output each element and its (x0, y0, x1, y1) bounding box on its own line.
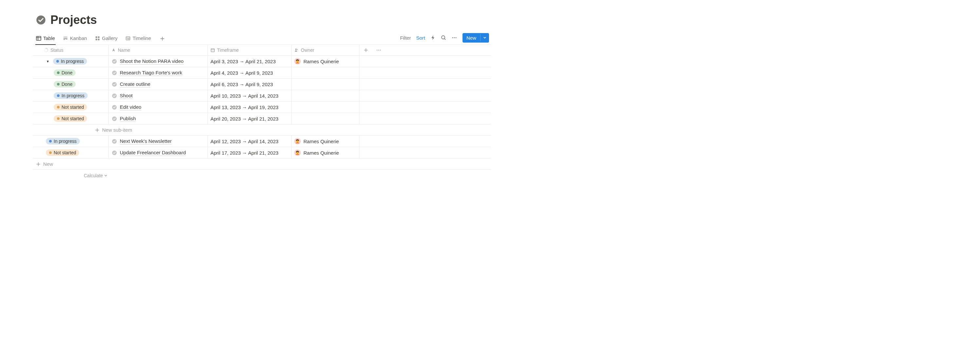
row-timeframe: April 3, 2023 → April 21, 2023 (208, 56, 292, 67)
tab-timeline[interactable]: Timeline (125, 33, 151, 45)
calendar-icon (210, 48, 215, 53)
table-row[interactable]: ▼ In progress Shoot the Notion PARA vide… (33, 56, 491, 67)
svg-point-38 (380, 50, 381, 51)
table-row[interactable]: Not started Publish April 20, 2023 → Apr… (33, 113, 491, 125)
checkmark-circle-icon (111, 58, 117, 64)
svg-rect-12 (95, 38, 97, 40)
checkmark-circle-icon (111, 81, 117, 87)
column-name[interactable]: Name (109, 45, 208, 55)
status-badge: Not started (54, 115, 87, 122)
column-timeframe[interactable]: Timeframe (208, 45, 292, 55)
tab-table[interactable]: Table (35, 33, 56, 45)
svg-rect-1 (37, 36, 41, 40)
svg-line-18 (444, 38, 445, 40)
projects-table: Status Name Timeframe Owner (33, 45, 491, 181)
svg-point-27 (45, 51, 45, 51)
tab-kanban[interactable]: Kanban (62, 33, 88, 45)
status-text: Not started (62, 116, 84, 121)
table-row[interactable]: Done Create outline April 6, 2023 → Apri… (33, 78, 491, 90)
status-badge: In progress (54, 93, 88, 99)
row-name: Edit video (120, 104, 142, 110)
row-name: Next Week's Newsletter (120, 138, 172, 144)
table-row[interactable]: In progress Next Week's Newsletter April… (33, 136, 491, 147)
table-row[interactable]: In progress Shoot April 10, 2023 → April… (33, 90, 491, 102)
status-text: In progress (61, 59, 84, 64)
gallery-icon (95, 36, 100, 41)
svg-point-29 (45, 49, 45, 49)
avatar: 🧑‍🦱 (294, 149, 301, 156)
column-label: Timeframe (217, 48, 239, 53)
status-dot (49, 151, 52, 154)
search-icon[interactable] (441, 35, 446, 40)
new-sub-item-button[interactable]: New sub-item (33, 125, 491, 136)
sort-button[interactable]: Sort (416, 35, 425, 41)
row-owner: Rames Quinerie (304, 150, 339, 156)
column-more-button[interactable] (372, 45, 491, 55)
checkmark-circle-icon (111, 93, 117, 99)
filter-button[interactable]: Filter (400, 35, 411, 41)
tab-label: Kanban (70, 35, 87, 41)
svg-point-22 (46, 48, 46, 49)
lightning-icon[interactable] (430, 35, 436, 40)
row-timeframe: April 6, 2023 → April 9, 2023 (208, 78, 292, 90)
checkmark-circle-icon (35, 14, 46, 26)
checkmark-circle-icon (111, 104, 117, 110)
status-text: Done (62, 70, 72, 75)
toggle-expand-icon[interactable]: ▼ (45, 59, 50, 64)
table-row[interactable]: Done Research Tiago Forte's work April 4… (33, 67, 491, 78)
status-dot (57, 94, 60, 97)
svg-rect-11 (98, 36, 100, 38)
add-view-button[interactable] (158, 35, 167, 42)
table-header: Status Name Timeframe Owner (33, 45, 491, 56)
column-status[interactable]: Status (33, 45, 109, 55)
svg-rect-30 (211, 49, 215, 52)
people-icon (294, 48, 299, 53)
more-icon[interactable] (451, 35, 457, 40)
calculate-label: Calculate (84, 173, 103, 178)
status-badge: In progress (53, 58, 87, 64)
svg-point-6 (66, 36, 67, 37)
table-row[interactable]: Not started Update Freelancer Dashboard … (33, 147, 491, 158)
svg-point-24 (48, 50, 48, 50)
svg-point-19 (452, 37, 453, 38)
column-label: Name (118, 48, 130, 53)
status-badge: Not started (46, 149, 79, 156)
tab-label: Gallery (102, 35, 118, 41)
svg-point-35 (297, 49, 298, 50)
row-name: Publish (120, 116, 136, 122)
add-column-button[interactable] (360, 45, 372, 55)
svg-point-25 (47, 51, 48, 52)
chevron-down-icon[interactable] (480, 34, 489, 41)
column-owner[interactable]: Owner (292, 45, 360, 55)
row-timeframe: April 17, 2023 → April 21, 2023 (208, 147, 292, 158)
new-row-button[interactable]: New (33, 158, 491, 170)
table-row[interactable]: Not started Edit video April 13, 2023 → … (33, 102, 491, 113)
checkmark-circle-icon (111, 70, 117, 76)
row-name: Update Freelancer Dashboard (120, 150, 186, 156)
status-text: In progress (54, 139, 76, 144)
status-badge: Done (54, 69, 76, 76)
status-dot (57, 72, 60, 74)
svg-point-26 (46, 52, 46, 52)
svg-point-34 (295, 48, 297, 50)
status-text: Not started (54, 150, 76, 155)
status-text: In progress (62, 93, 84, 98)
svg-point-23 (47, 48, 48, 49)
page-title: Projects (50, 13, 97, 27)
svg-point-20 (453, 37, 455, 38)
text-icon (111, 48, 116, 53)
row-name: Create outline (120, 81, 150, 88)
row-owner: Rames Quinerie (304, 139, 339, 144)
tab-gallery[interactable]: Gallery (94, 33, 118, 45)
status-dot (49, 140, 52, 142)
new-button[interactable]: New (463, 33, 489, 43)
status-text: Done (62, 82, 72, 87)
status-dot (57, 83, 60, 85)
status-badge: In progress (46, 138, 80, 144)
row-timeframe: April 4, 2023 → April 9, 2023 (208, 67, 292, 78)
svg-rect-10 (95, 36, 97, 38)
svg-point-5 (65, 36, 66, 37)
status-dot (57, 106, 60, 109)
calculate-button[interactable]: Calculate (84, 173, 107, 178)
new-sub-label: New sub-item (102, 127, 132, 133)
